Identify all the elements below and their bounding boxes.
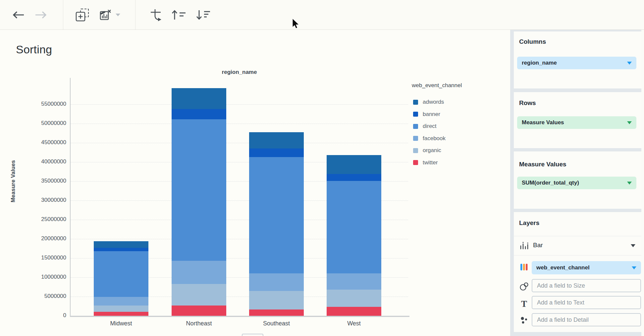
- sort-ascending-button[interactable]: [172, 10, 186, 20]
- legend-swatch-banner: [413, 112, 418, 117]
- legend-label: adwords: [423, 99, 444, 105]
- size-field-input[interactable]: [532, 279, 641, 292]
- sidebar-scrollbar-track[interactable]: [641, 30, 644, 336]
- dropdown-caret-icon: [115, 13, 121, 17]
- color-field-pill[interactable]: web_event_channel: [532, 261, 641, 274]
- x-tick-label-midwest: Midwest: [94, 320, 148, 327]
- y-tick-label: 20000000: [13, 235, 66, 242]
- columns-header: Columns: [519, 38, 546, 45]
- legend-item-organic[interactable]: organic: [413, 147, 441, 154]
- pill-caret-icon[interactable]: [627, 182, 632, 185]
- pill-caret-icon[interactable]: [627, 62, 632, 65]
- add-chart-icon: [76, 8, 89, 22]
- rows-field-pill[interactable]: Measure Values: [517, 116, 636, 129]
- legend-label: direct: [423, 123, 437, 130]
- bar-segment-midwest-banner[interactable]: [94, 248, 148, 251]
- color-icon: [518, 264, 530, 270]
- bar-segment-west-direct[interactable]: [327, 181, 381, 274]
- rows-header: Rows: [519, 99, 536, 107]
- x-axis-line: [70, 316, 409, 317]
- detail-icon: [518, 316, 530, 324]
- bar-segment-northeast-organic[interactable]: [172, 284, 226, 306]
- legend-item-adwords[interactable]: adwords: [413, 99, 444, 105]
- sort-descending-icon: [196, 10, 211, 20]
- bar-segment-northeast-twitter[interactable]: [172, 306, 226, 316]
- pill-caret-icon[interactable]: [632, 266, 636, 269]
- measure-values-header: Measure Values: [519, 161, 566, 168]
- columns-field-pill[interactable]: region_name: [517, 57, 636, 69]
- text-field-input[interactable]: [532, 296, 641, 309]
- toolbar-divider: [63, 0, 63, 29]
- legend-item-twitter[interactable]: twitter: [413, 159, 438, 166]
- back-arrow-icon: [12, 11, 25, 19]
- pill-caret-icon[interactable]: [627, 121, 632, 124]
- legend-label: facebook: [423, 135, 446, 142]
- bar-segment-midwest-direct[interactable]: [94, 251, 148, 297]
- add-chart-button[interactable]: [76, 8, 89, 22]
- bar-segment-southeast-facebook[interactable]: [249, 273, 304, 291]
- app-window: Sorting region_name Measure Values 05000…: [0, 0, 644, 336]
- y-tick-label: 55000000: [13, 101, 66, 107]
- bar-segment-midwest-facebook[interactable]: [94, 297, 148, 306]
- x-tick-label-southeast: Southeast: [249, 320, 304, 327]
- y-tick-label: 0: [13, 312, 66, 319]
- legend-label: banner: [423, 111, 440, 118]
- size-icon: [518, 282, 530, 291]
- bar-segment-west-facebook[interactable]: [327, 273, 381, 290]
- forward-arrow-icon: [35, 11, 47, 19]
- bar-segment-midwest-adwords[interactable]: [94, 241, 148, 248]
- swap-axes-icon: [150, 9, 163, 21]
- remove-chart-icon: [99, 9, 111, 21]
- back-button[interactable]: [12, 11, 25, 19]
- gridline: [71, 104, 408, 105]
- x-tick-label-northeast: Northeast: [172, 320, 226, 327]
- legend-label: twitter: [423, 159, 438, 166]
- layer-type-label: Bar: [533, 242, 543, 249]
- bar-segment-southeast-adwords[interactable]: [249, 132, 304, 149]
- bar-segment-southeast-twitter[interactable]: [249, 309, 304, 316]
- toolbar: [0, 0, 644, 30]
- forward-button[interactable]: [35, 11, 47, 19]
- bar-segment-west-banner[interactable]: [327, 174, 381, 181]
- y-tick-label: 30000000: [13, 197, 66, 203]
- measure-values-field-pill[interactable]: SUM(order_total_qty): [517, 177, 636, 189]
- bar-segment-west-organic[interactable]: [327, 290, 381, 307]
- legend-swatch-facebook: [413, 136, 418, 141]
- detail-field-input[interactable]: [532, 313, 641, 326]
- bar-segment-southeast-organic[interactable]: [249, 291, 304, 310]
- legend-swatch-twitter: [413, 160, 418, 165]
- legend-swatch-direct: [413, 124, 418, 129]
- remove-chart-button[interactable]: [99, 9, 111, 21]
- layer-type-row[interactable]: Bar: [514, 236, 641, 255]
- partial-bottom-box[interactable]: [242, 334, 263, 336]
- bar-segment-northeast-facebook[interactable]: [172, 261, 226, 284]
- legend-swatch-adwords: [413, 100, 418, 105]
- layer-caret-icon[interactable]: [631, 244, 635, 247]
- bar-segment-northeast-direct[interactable]: [172, 119, 226, 261]
- legend-title: web_event_channel: [412, 82, 462, 89]
- gridline: [71, 124, 408, 124]
- bar-segment-west-adwords[interactable]: [327, 155, 381, 174]
- y-tick-label: 45000000: [13, 139, 66, 146]
- legend-item-banner[interactable]: banner: [413, 111, 440, 118]
- chart-title: region_name: [71, 69, 408, 76]
- y-tick-label: 50000000: [13, 120, 66, 127]
- bar-segment-midwest-twitter[interactable]: [94, 312, 148, 316]
- legend-swatch-organic: [413, 148, 418, 153]
- bar-segment-southeast-banner[interactable]: [249, 148, 304, 157]
- toolbar-divider: [135, 0, 135, 29]
- bar-segment-midwest-organic[interactable]: [94, 306, 148, 312]
- bar-segment-northeast-adwords[interactable]: [172, 88, 226, 109]
- remove-chart-dropdown[interactable]: [115, 13, 121, 17]
- y-tick-label: 15000000: [13, 254, 66, 261]
- sort-descending-button[interactable]: [196, 10, 211, 20]
- swap-axes-button[interactable]: [150, 9, 163, 21]
- bar-segment-west-twitter[interactable]: [327, 307, 381, 316]
- legend: web_event_channel adwordsbannerdirectfac…: [412, 82, 462, 98]
- legend-label: organic: [423, 147, 441, 154]
- bar-segment-northeast-banner[interactable]: [172, 109, 226, 119]
- legend-item-facebook[interactable]: facebook: [413, 135, 446, 142]
- legend-item-direct[interactable]: direct: [413, 123, 437, 130]
- y-tick-label: 10000000: [13, 274, 66, 280]
- bar-segment-southeast-direct[interactable]: [249, 157, 304, 273]
